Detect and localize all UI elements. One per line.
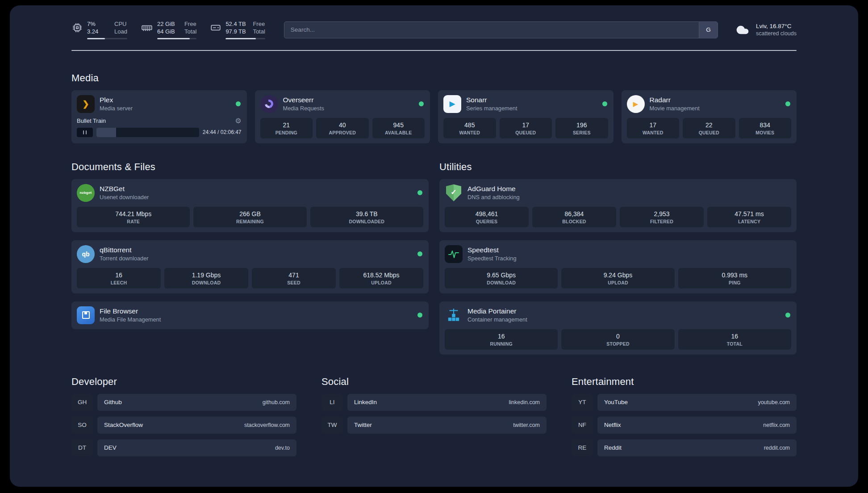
service-description: Media Requests: [283, 105, 414, 112]
stat-ping: 0.993 msPING: [678, 268, 791, 288]
stat-approved: 40APPROVED: [316, 118, 369, 138]
memory-progress-bar: [157, 38, 196, 39]
memory-free-value: 22 GiB: [157, 21, 178, 28]
service-description: Usenet downloader: [100, 194, 413, 201]
bookmark-linkedin[interactable]: LI LinkedInlinkedin.com: [321, 394, 547, 411]
cpu-load-label: Load: [114, 28, 127, 36]
service-card-adguard[interactable]: ✓ AdGuard Home DNS and adblocking 498,46…: [439, 179, 797, 232]
disk-total-value: 97.9 TB: [225, 28, 246, 36]
memory-icon: [141, 22, 153, 33]
cpu-progress-bar: [87, 38, 127, 39]
service-card-filebrowser[interactable]: File Browser Media File Management: [71, 301, 429, 329]
bookmarks-social: Social LI LinkedInlinkedin.com TW Twitte…: [321, 376, 547, 462]
service-card-radarr[interactable]: ▶ Radarr Movie management 17WANTED 22QUE…: [622, 90, 797, 143]
stat-downloaded: 39.6 TBDOWNLOADED: [310, 207, 423, 227]
search-provider-button[interactable]: G: [699, 22, 718, 38]
pause-button[interactable]: [77, 128, 93, 137]
service-name: Sonarr: [466, 96, 597, 104]
service-description: Movie management: [650, 105, 781, 112]
weather-location: Lviv, 16.87°C: [756, 23, 797, 29]
disk-free-value: 52.4 TB: [225, 21, 246, 28]
disk-progress-bar: [225, 38, 265, 39]
speedtest-icon: [445, 245, 463, 263]
status-dot: [417, 313, 422, 318]
stat-rate: 744.21 MbpsRATE: [77, 207, 190, 227]
status-dot: [236, 101, 241, 106]
stat-download: 9.65 GbpsDOWNLOAD: [445, 268, 558, 288]
service-name: Radarr: [650, 96, 781, 104]
plex-icon: ❯: [77, 95, 95, 113]
bookmarks-entertainment: Entertainment YT YouTubeyoutube.com NF N…: [572, 376, 797, 462]
service-card-speedtest[interactable]: Speedtest Speedtest Tracking 9.65 GbpsDO…: [439, 240, 797, 293]
stat-leech: 16LEECH: [77, 268, 161, 288]
section-title-documents: Documents & Files: [71, 161, 429, 173]
service-card-plex[interactable]: ❯ Plex Media server Bullet Train ⚙: [71, 90, 247, 143]
stat-blocked: 86,384BLOCKED: [532, 207, 616, 227]
section-title-developer: Developer: [71, 376, 296, 388]
stat-running: 16RUNNING: [445, 329, 558, 350]
dashboard-window: 7% 3.24 CPU Load: [10, 5, 858, 487]
stat-total: 16TOTAL: [678, 329, 791, 350]
service-description: Media File Management: [100, 316, 413, 323]
search-bar: G: [284, 21, 718, 38]
service-name: NZBGet: [100, 185, 413, 193]
stat-queued: 22QUEUED: [683, 118, 735, 138]
section-title-media: Media: [71, 72, 797, 84]
filebrowser-icon: [77, 306, 95, 324]
service-name: Plex: [100, 96, 231, 104]
service-card-overseerr[interactable]: Overseerr Media Requests 21PENDING 40APP…: [255, 90, 430, 143]
memory-free-label: Free: [184, 21, 196, 28]
service-description: Series management: [466, 105, 597, 112]
memory-total-value: 64 GiB: [157, 28, 178, 36]
cpu-icon: [71, 22, 83, 33]
stat-seed: 471SEED: [252, 268, 336, 288]
bookmark-abbr: GH: [71, 394, 93, 411]
stat-wanted: 485WANTED: [443, 118, 496, 138]
bookmark-youtube[interactable]: YT YouTubeyoutube.com: [572, 394, 797, 411]
status-dot: [417, 190, 422, 195]
stat-queries: 498,461QUERIES: [445, 207, 529, 227]
service-description: DNS and adblocking: [467, 194, 791, 201]
weather-widget: Lviv, 16.87°C scattered clouds: [734, 23, 797, 37]
stat-upload: 618.52 MbpsUPLOAD: [339, 268, 423, 288]
bookmark-reddit[interactable]: RE Redditreddit.com: [572, 439, 797, 456]
gear-icon[interactable]: ⚙: [235, 117, 241, 125]
service-card-sonarr[interactable]: ▶ Sonarr Series management 485WANTED 17Q…: [438, 90, 613, 143]
service-card-qbittorrent[interactable]: qb qBittorrent Torrent downloader 16LEEC…: [71, 240, 429, 293]
service-card-nzbget[interactable]: nzbget NZBGet Usenet downloader 744.21 M…: [71, 179, 429, 232]
stat-available: 945AVAILABLE: [372, 118, 425, 138]
stat-stopped: 0STOPPED: [561, 329, 674, 350]
bookmark-abbr: LI: [321, 394, 343, 411]
bookmark-github[interactable]: GH Githubgithub.com: [71, 394, 296, 411]
nzbget-icon: nzbget: [77, 184, 95, 202]
section-utilities: Utilities ✓ AdGuard Home DNS and adblock…: [439, 161, 797, 355]
section-title-utilities: Utilities: [439, 161, 797, 173]
bookmark-abbr: NF: [572, 417, 593, 434]
stat-download: 1.19 GbpsDOWNLOAD: [164, 268, 248, 288]
qbittorrent-icon: qb: [77, 245, 95, 263]
disk-total-label: Total: [253, 28, 265, 36]
now-playing-title: Bullet Train: [77, 117, 106, 124]
playback-progress-bar[interactable]: [96, 128, 199, 137]
service-card-portainer[interactable]: Media Portainer Container management 16R…: [439, 301, 797, 355]
disk-icon: [210, 22, 221, 33]
section-media: Media ❯ Plex Media server Bullet Train: [71, 72, 797, 143]
bookmark-twitter[interactable]: TW Twittertwitter.com: [321, 417, 547, 434]
bookmark-netflix[interactable]: NF Netflixnetflix.com: [572, 417, 797, 434]
cpu-label: CPU: [114, 21, 127, 28]
memory-widget: 22 GiB 64 GiB Free Total: [141, 21, 196, 39]
bookmark-stackoverflow[interactable]: SO StackOverflowstackoverflow.com: [71, 417, 296, 434]
cpu-widget: 7% 3.24 CPU Load: [71, 21, 127, 39]
radarr-icon: ▶: [627, 95, 645, 113]
bookmark-abbr: SO: [71, 417, 93, 434]
search-input[interactable]: [284, 22, 699, 38]
portainer-icon: [445, 306, 463, 324]
bookmark-dev[interactable]: DT DEVdev.to: [71, 439, 296, 456]
service-name: Overseerr: [283, 96, 414, 104]
section-title-entertainment: Entertainment: [572, 376, 797, 388]
service-name: qBittorrent: [100, 246, 413, 254]
status-dot: [419, 101, 424, 106]
service-name: Media Portainer: [467, 307, 780, 315]
section-title-social: Social: [321, 376, 547, 388]
playback-time: 24:44 / 02:06:47: [203, 129, 242, 135]
